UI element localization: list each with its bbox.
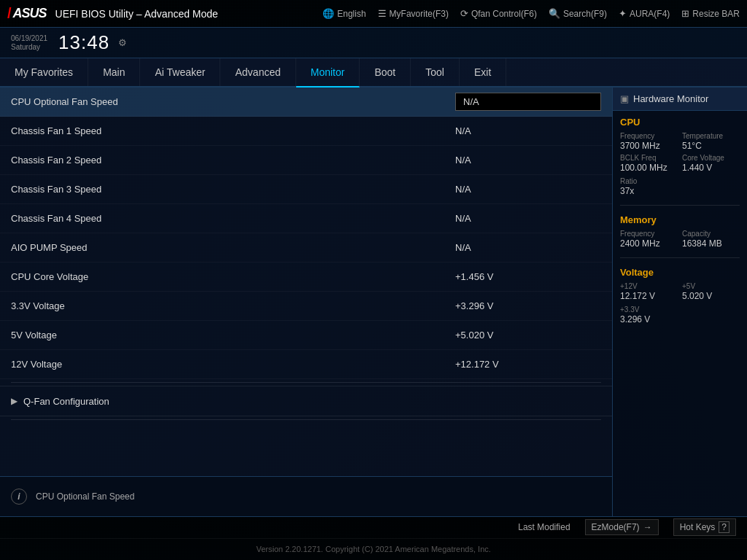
search-button[interactable]: 🔍 Search(F9): [549, 8, 607, 19]
nav-item-my-favorites[interactable]: My Favorites: [0, 58, 88, 86]
expand-icon: ▶: [11, 396, 18, 406]
row-value-cpu-voltage: +1.456 V: [455, 271, 601, 282]
resize-icon: ⊞: [681, 8, 689, 19]
row-label-cpu-optional: CPU Optional Fan Speed: [11, 96, 455, 107]
table-row[interactable]: Chassis Fan 2 Speed N/A: [0, 146, 612, 175]
footer: Last Modified EzMode(F7) → Hot Keys ? Ve…: [0, 516, 747, 560]
myfav-label: MyFavorite(F3): [390, 9, 449, 19]
hw-v5-label: +5V: [682, 282, 740, 290]
hotkeys-button[interactable]: Hot Keys ?: [673, 518, 736, 536]
nav-label-boot: Boot: [374, 66, 395, 78]
hw-voltage-title: Voltage: [620, 267, 740, 278]
hw-mem-freq-group: Frequency 2400 MHz: [620, 230, 678, 249]
table-row[interactable]: CPU Core Voltage +1.456 V: [0, 262, 612, 292]
row-label-chassis2: Chassis Fan 2 Speed: [11, 155, 455, 166]
nav-label-my-favorites: My Favorites: [15, 66, 73, 78]
search-label: Search(F9): [563, 9, 607, 19]
row-label-33v: 3.3V Voltage: [11, 300, 455, 311]
date-info: 06/19/2021 Saturday: [11, 34, 47, 52]
copyright-text: Version 2.20.1271. Copyright (C) 2021 Am…: [256, 545, 491, 553]
app-title: UEFI BIOS Utility – Advanced Mode: [55, 8, 323, 20]
table-row[interactable]: 12V Voltage +12.172 V: [0, 350, 612, 379]
hw-cpu-freq-group: Frequency 3700 MHz: [620, 132, 678, 151]
time-settings-icon[interactable]: ⚙: [118, 37, 127, 48]
nav-label-tool: Tool: [425, 66, 444, 78]
row-value-chassis4: N/A: [455, 213, 601, 224]
hw-cpu-freq-label: Frequency: [620, 132, 678, 140]
hw-v12-value: 12.172 V: [620, 291, 678, 301]
hw-v33-label: +3.3V: [620, 306, 740, 314]
ezmode-button[interactable]: EzMode(F7) →: [585, 519, 659, 535]
footer-copyright: Version 2.20.1271. Copyright (C) 2021 Am…: [0, 539, 747, 560]
hw-v5-value: 5.020 V: [682, 291, 740, 301]
nav-item-advanced[interactable]: Advanced: [220, 58, 295, 86]
logo-text: ASUS: [13, 6, 47, 21]
hw-v5-group: +5V 5.020 V: [682, 282, 740, 301]
nav-label-main: Main: [103, 66, 125, 78]
myfav-button[interactable]: ☰ MyFavorite(F3): [378, 8, 449, 19]
resize-bar-button[interactable]: ⊞ Resize BAR: [681, 8, 740, 19]
search-icon: 🔍: [549, 8, 560, 19]
row-value-chassis3: N/A: [455, 184, 601, 195]
aura-label: AURA(F4): [630, 9, 670, 19]
row-value-12v: +12.172 V: [455, 359, 601, 370]
hw-memory-section: Memory Frequency 2400 MHz Capacity 16384…: [613, 209, 747, 254]
qfan-button[interactable]: ⟳ Qfan Control(F6): [460, 8, 537, 19]
hw-v12-label: +12V: [620, 282, 678, 290]
aura-button[interactable]: ✦ AURA(F4): [619, 8, 670, 19]
hw-cpu-bclk-value: 100.00 MHz: [620, 163, 678, 173]
header-controls: 🌐 English ☰ MyFavorite(F3) ⟳ Qfan Contro…: [322, 8, 740, 19]
nav-item-monitor[interactable]: Monitor: [296, 58, 360, 88]
table-row[interactable]: Chassis Fan 3 Speed N/A: [0, 175, 612, 204]
nav-item-main[interactable]: Main: [88, 58, 140, 86]
info-icon-text: i: [18, 491, 20, 502]
hw-mem-cap-value: 16384 MB: [682, 238, 740, 249]
nav-item-exit[interactable]: Exit: [460, 58, 506, 86]
hw-cpu-ratio-label: Ratio: [620, 177, 740, 185]
table-row[interactable]: 3.3V Voltage +3.296 V: [0, 292, 612, 321]
hw-cpu-temp-label: Temperature: [682, 132, 740, 140]
hw-monitor-header: ▣ Hardware Monitor: [613, 88, 747, 111]
nav-item-ai-tweaker[interactable]: Ai Tweaker: [140, 58, 220, 86]
table-row[interactable]: Chassis Fan 4 Speed N/A: [0, 204, 612, 233]
hotkeys-label: Hot Keys: [680, 522, 716, 532]
table-row[interactable]: CPU Optional Fan Speed N/A: [0, 88, 612, 117]
row-label-chassis3: Chassis Fan 3 Speed: [11, 184, 455, 195]
language-selector[interactable]: 🌐 English: [322, 8, 365, 19]
asus-logo: / ASUS: [7, 5, 47, 22]
hw-cpu-ratio-value: 37x: [620, 186, 740, 196]
nav-label-exit: Exit: [474, 66, 491, 78]
qfan-section-header[interactable]: ▶ Q-Fan Configuration: [0, 386, 612, 416]
language-icon: 🌐: [322, 8, 334, 19]
aura-icon: ✦: [619, 8, 627, 19]
info-bar: i CPU Optional Fan Speed: [0, 476, 612, 516]
hw-cpu-bclk-group: BCLK Freq 100.00 MHz: [620, 154, 678, 173]
hw-cpu-temp-group: Temperature 51°C: [682, 132, 740, 151]
table-row[interactable]: AIO PUMP Speed N/A: [0, 233, 612, 262]
hw-cpu-voltage-group: Core Voltage 1.440 V: [682, 154, 740, 173]
day-value: Saturday: [11, 43, 47, 52]
info-description: CPU Optional Fan Speed: [36, 491, 134, 502]
hw-monitor-title: Hardware Monitor: [633, 93, 708, 104]
main-area: CPU Optional Fan Speed N/A Chassis Fan 1…: [0, 88, 747, 516]
table-row[interactable]: 5V Voltage +5.020 V: [0, 321, 612, 350]
hw-memory-title: Memory: [620, 214, 740, 225]
hw-cpu-ratio-group: Ratio 37x: [620, 177, 740, 196]
nav-item-tool[interactable]: Tool: [411, 58, 460, 86]
header-bar: / ASUS UEFI BIOS Utility – Advanced Mode…: [0, 0, 747, 28]
hw-voltage-grid: +12V 12.172 V +5V 5.020 V: [620, 282, 740, 301]
resize-label: Resize BAR: [692, 9, 740, 19]
ezmode-label: EzMode(F7): [592, 522, 640, 532]
row-value-chassis2: N/A: [455, 155, 601, 166]
nav-item-boot[interactable]: Boot: [360, 58, 411, 86]
row-label-aio: AIO PUMP Speed: [11, 242, 455, 253]
hw-cpu-core-voltage-label: Core Voltage: [682, 154, 740, 162]
time-display: 13:48: [58, 31, 109, 54]
table-row[interactable]: Chassis Fan 1 Speed N/A: [0, 117, 612, 146]
hw-cpu-bclk-label: BCLK Freq: [620, 154, 678, 162]
hw-v33-group: +3.3V 3.296 V: [620, 306, 740, 324]
hw-monitor-icon: ▣: [620, 93, 629, 104]
datetime-bar: 06/19/2021 Saturday 13:48 ⚙: [0, 28, 747, 58]
footer-top: Last Modified EzMode(F7) → Hot Keys ?: [0, 517, 747, 539]
hw-v33-value: 3.296 V: [620, 314, 740, 324]
